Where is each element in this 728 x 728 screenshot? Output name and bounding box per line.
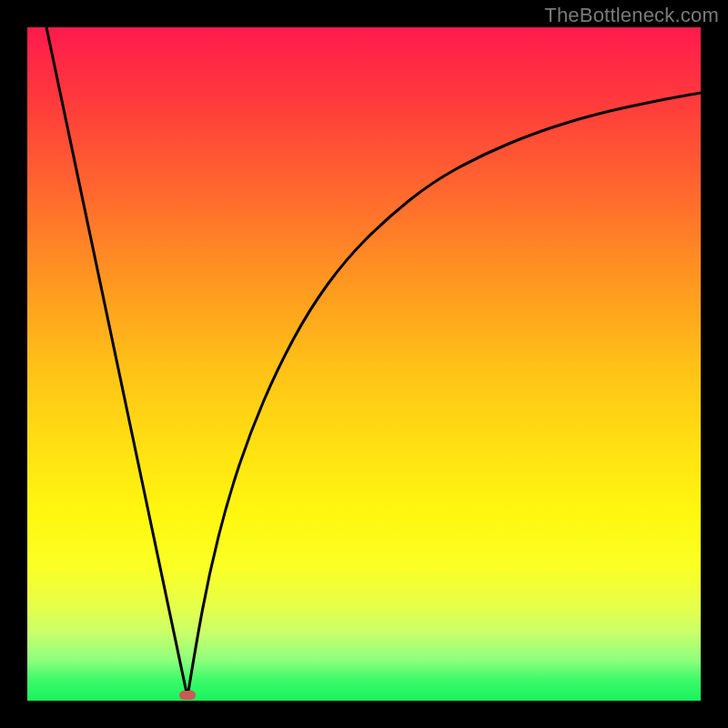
bottleneck-curve [46, 27, 701, 697]
watermark-text: TheBottleneck.com [544, 4, 719, 27]
curve-svg [27, 27, 701, 701]
minimum-marker [179, 691, 196, 700]
chart-frame: TheBottleneck.com [0, 0, 728, 728]
plot-area [27, 27, 701, 701]
